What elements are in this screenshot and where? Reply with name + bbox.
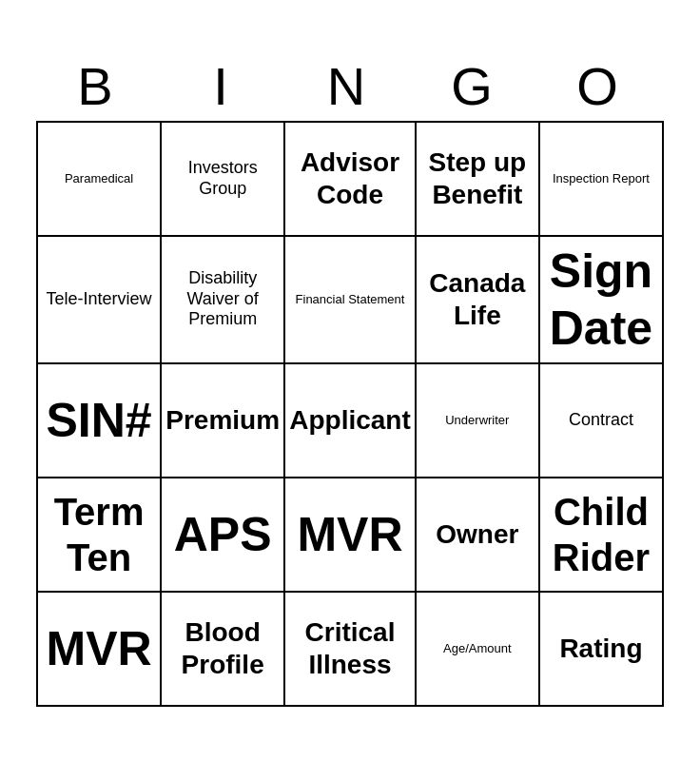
header-letter: B [36,55,162,117]
bingo-cell[interactable]: Inspection Report [540,123,664,237]
header-letter: N [287,55,413,117]
bingo-cell[interactable]: MVR [38,593,162,707]
bingo-cell[interactable]: Owner [417,478,540,593]
bingo-cell[interactable]: Canada Life [417,237,540,364]
bingo-cell[interactable]: Sign Date [540,237,664,364]
header-letter: O [538,55,664,117]
bingo-cell[interactable]: Critical Illness [285,593,417,707]
bingo-cell[interactable]: Step up Benefit [417,123,540,237]
bingo-cell[interactable]: Underwriter [417,364,540,478]
bingo-cell[interactable]: SIN# [38,364,162,478]
bingo-cell[interactable]: APS [162,478,285,593]
bingo-cell[interactable]: MVR [285,478,417,593]
bingo-cell[interactable]: Contract [540,364,664,478]
bingo-cell[interactable]: Term Ten [38,478,162,593]
bingo-cell[interactable]: Child Rider [540,478,664,593]
header-letter: G [413,55,538,117]
bingo-cell[interactable]: Investors Group [162,123,285,237]
bingo-cell[interactable]: Disability Waiver of Premium [162,237,285,364]
bingo-cell[interactable]: Age/Amount [417,593,540,707]
header-letter: I [162,55,287,117]
bingo-cell[interactable]: Advisor Code [285,123,417,237]
bingo-grid: ParamedicalInvestors GroupAdvisor CodeSt… [36,121,664,707]
bingo-cell[interactable]: Rating [540,593,664,707]
bingo-card: BINGO ParamedicalInvestors GroupAdvisor … [27,46,673,716]
bingo-header: BINGO [36,55,664,117]
bingo-cell[interactable]: Financial Statement [285,237,417,364]
bingo-cell[interactable]: Premium [162,364,285,478]
bingo-cell[interactable]: Applicant [285,364,417,478]
bingo-cell[interactable]: Blood Profile [162,593,285,707]
bingo-cell[interactable]: Tele-Interview [38,237,162,364]
bingo-cell[interactable]: Paramedical [38,123,162,237]
